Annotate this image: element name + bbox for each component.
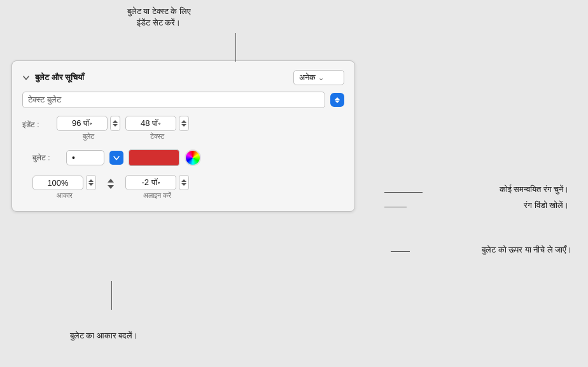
size-value: 100% [47,178,68,188]
stepper-down-icon [88,183,94,186]
bullet-label: बुलेट : [32,153,61,162]
annotation-color-window: रंग विंडो खोलें। [524,200,569,212]
align-value: -2 पॉ॰ [141,177,160,187]
annotation-indent: बुलेट या टेक्स्ट के लिए इंडेंट सेट करें। [127,6,191,29]
section-dropdown[interactable]: अनेक ⌄ [293,70,344,85]
bullet-type-label: टेक्स्ट बुलेट [28,95,61,104]
stepper-up-icon [335,97,340,100]
indent-text-stepper[interactable] [179,116,189,131]
annotation-move: बुलेट को ऊपर या नीचे ले जाएँ। [482,245,572,256]
bullet-char-field[interactable]: • [66,150,104,165]
line-color-window [384,207,407,207]
stepper-down-icon [181,183,186,186]
bullets-lists-panel: बुलेट और सूचियाँ अनेक ⌄ टेक्स्ट बुलेट इं… [11,60,355,212]
stepper-down-icon [113,124,118,127]
bullet-dropdown[interactable] [109,151,123,165]
bullet-type-stepper[interactable] [330,93,344,107]
stepper-up-icon [88,179,94,182]
annotation-indent-line2: इंडेंट सेट करें। [137,18,181,27]
size-sublabel: आकार [57,191,73,200]
indent-text-field-row: 48 पॉ॰ [125,116,189,131]
annotation-line-indent [235,33,236,62]
size-align-row: 100% आकार [22,175,344,200]
align-field-row: -2 पॉ॰ [125,175,189,190]
color-wheel-button[interactable] [185,149,201,166]
indent-label: इंडेंट : [22,116,53,134]
bullet-char: • [72,153,75,163]
indent-bullet-field-row: 96 पॉ॰ [57,116,120,131]
annotation-color-custom: कोई समन्वयित रंग चुनें। [500,184,569,196]
bullet-color-row: बुलेट : • [22,149,344,166]
indent-text-sublabel: टेक्स्ट [150,132,164,141]
indent-text-value: 48 पॉ॰ [141,118,161,128]
dropdown-button[interactable]: अनेक ⌄ [293,70,344,85]
color-swatch[interactable] [129,149,179,166]
align-sublabel: अलाइन करें [143,191,171,200]
size-field[interactable]: 100% [32,176,83,190]
size-group: 100% आकार [32,175,96,200]
align-stepper[interactable] [179,175,189,190]
indent-bullet-stepper[interactable] [110,116,120,131]
stepper-up-icon [181,179,186,182]
section-title: बुलेट और सूचियाँ [35,73,288,83]
align-group: -2 पॉ॰ अलाइन करें [125,175,189,200]
indent-text-group: 48 पॉ॰ टेक्स्ट [125,116,189,141]
stepper-down-icon [181,124,186,127]
line-move [391,251,410,252]
stepper-down-icon [335,100,340,103]
indent-row: इंडेंट : 96 पॉ॰ बुलेट 4 [22,116,344,141]
annotation-resize: बुलेट का आकार बदलें। [70,331,138,342]
updown-icon [106,175,115,193]
indent-bullet-sublabel: बुलेट [83,132,94,141]
stepper-up-icon [113,120,118,123]
line-color-custom [384,192,423,193]
chevron-down-icon: ⌄ [318,74,324,82]
annotation-indent-line1: बुलेट या टेक्स्ट के लिए [127,7,191,16]
align-field[interactable]: -2 पॉ॰ [125,175,176,190]
bullet-type-row: टेक्स्ट बुलेट [22,92,344,108]
dropdown-value: अनेक [299,73,316,83]
size-stepper[interactable] [86,175,96,190]
bullet-type-field[interactable]: टेक्स्ट बुलेट [22,92,325,108]
section-header: बुलेट और सूचियाँ अनेक ⌄ [22,70,344,85]
indent-bullet-field[interactable]: 96 पॉ॰ [57,116,108,131]
collapse-toggle[interactable] [22,74,30,81]
stepper-up-icon [181,120,186,123]
indent-bullet-group: 96 पॉ॰ बुलेट [57,116,120,141]
indent-bullet-value: 96 पॉ॰ [72,118,92,128]
indent-text-field[interactable]: 48 पॉ॰ [125,116,176,131]
line-resize [111,281,112,310]
size-field-row: 100% [32,175,96,190]
